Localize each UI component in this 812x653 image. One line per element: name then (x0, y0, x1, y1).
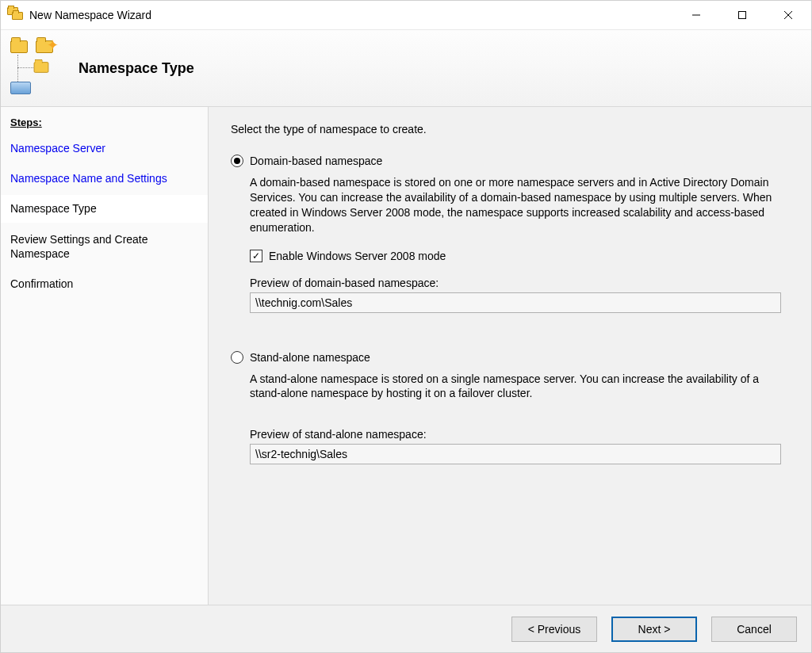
checkmark-icon: ✓ (250, 250, 262, 262)
standalone-preview-label: Preview of stand-alone namespace: (250, 428, 789, 441)
wizard-footer: < Previous Next > Cancel (1, 605, 811, 652)
enable-2008-mode-checkbox[interactable]: ✓ Enable Windows Server 2008 mode (250, 250, 789, 262)
enable-2008-mode-label: Enable Windows Server 2008 mode (269, 250, 446, 262)
standalone-option[interactable]: Stand-alone namespace (231, 351, 789, 364)
standalone-preview-field[interactable] (250, 444, 781, 464)
wizard-body: Steps: Namespace Server Namespace Name a… (1, 107, 811, 605)
step-namespace-server[interactable]: Namespace Server (1, 135, 208, 162)
minimize-button[interactable] (673, 1, 719, 29)
next-button[interactable]: Next > (611, 617, 697, 642)
steps-header: Steps: (1, 113, 208, 135)
domain-based-label: Domain-based namespace (250, 155, 382, 167)
radio-standalone-icon (231, 351, 243, 364)
domain-based-option[interactable]: Domain-based namespace (231, 155, 789, 167)
page-title: Namespace Type (79, 60, 194, 77)
domain-based-description: A domain-based namespace is stored on on… (250, 175, 781, 235)
main-panel: Select the type of namespace to create. … (209, 107, 811, 605)
wizard-banner: ✦ Namespace Type (1, 29, 811, 107)
previous-button[interactable]: < Previous (511, 617, 597, 642)
close-button[interactable] (765, 1, 811, 29)
domain-preview-label: Preview of domain-based namespace: (250, 277, 789, 289)
radio-domain-based-icon (231, 155, 243, 167)
standalone-label: Stand-alone namespace (250, 351, 370, 364)
intro-text: Select the type of namespace to create. (231, 123, 789, 136)
step-confirmation[interactable]: Confirmation (1, 270, 208, 297)
wizard-window: New Namespace Wizard ✦ Namespace Type (0, 0, 812, 653)
maximize-button[interactable] (719, 1, 765, 29)
step-namespace-type[interactable]: Namespace Type (1, 195, 208, 222)
domain-preview-field[interactable] (250, 292, 781, 313)
window-title: New Namespace Wizard (29, 9, 673, 21)
svg-rect-1 (739, 12, 746, 19)
window-controls (673, 1, 811, 29)
wizard-banner-icon: ✦ (9, 37, 64, 99)
titlebar: New Namespace Wizard (1, 1, 811, 29)
steps-sidebar: Steps: Namespace Server Namespace Name a… (1, 107, 209, 605)
step-review-settings[interactable]: Review Settings and Create Namespace (1, 226, 208, 267)
step-namespace-name-settings[interactable]: Namespace Name and Settings (1, 165, 208, 192)
standalone-description: A stand-alone namespace is stored on a s… (250, 372, 781, 402)
app-icon (7, 7, 23, 23)
cancel-button[interactable]: Cancel (711, 617, 797, 642)
